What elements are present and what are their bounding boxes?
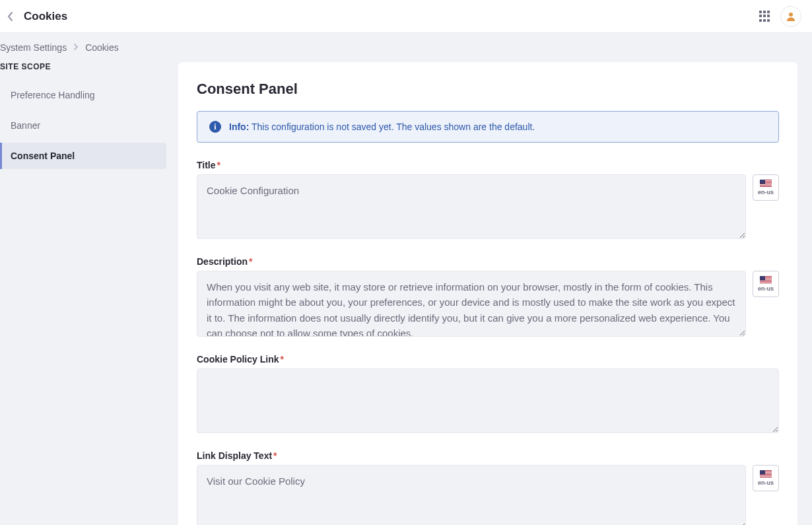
svg-rect-16 — [760, 276, 765, 281]
top-header-right — [759, 6, 801, 27]
breadcrumb: System Settings Cookies — [0, 33, 812, 62]
description-label: Description* — [197, 256, 779, 267]
user-icon — [786, 11, 796, 22]
lang-code: en-us — [758, 189, 774, 195]
svg-point-0 — [789, 13, 793, 17]
label-text: Title — [197, 160, 216, 170]
label-text: Description — [197, 256, 248, 267]
top-header: Cookies — [0, 0, 812, 33]
svg-rect-7 — [760, 187, 772, 188]
back-button[interactable] — [3, 9, 18, 24]
info-prefix: Info: — [229, 122, 249, 132]
language-button-description[interactable]: en-us — [753, 271, 779, 297]
page-title: Cookies — [24, 10, 67, 23]
info-icon: i — [209, 121, 221, 133]
description-input[interactable] — [197, 271, 746, 337]
svg-rect-22 — [760, 476, 772, 477]
svg-rect-24 — [760, 470, 765, 475]
field-row: en-us — [197, 174, 779, 239]
svg-rect-14 — [760, 282, 772, 283]
svg-rect-13 — [760, 281, 772, 281]
sidebar-item-banner[interactable]: Banner — [0, 112, 166, 139]
info-message: This configuration is not saved yet. The… — [252, 122, 535, 132]
required-marker: * — [217, 160, 220, 170]
svg-rect-6 — [760, 186, 772, 186]
language-button-title[interactable]: en-us — [753, 174, 779, 201]
form-row-description: Description* en-us — [197, 256, 779, 337]
chevron-left-icon — [7, 12, 14, 21]
label-text: Cookie Policy Link — [197, 354, 279, 365]
user-avatar-button[interactable] — [780, 6, 801, 27]
field-row: en-us — [197, 271, 779, 337]
cookie-policy-link-input[interactable] — [197, 368, 779, 433]
svg-rect-21 — [760, 475, 772, 475]
field-row: en-us — [197, 465, 779, 525]
flag-us-icon — [760, 276, 772, 284]
cookie-policy-link-label: Cookie Policy Link* — [197, 354, 779, 365]
flag-us-icon — [760, 470, 772, 478]
apps-icon[interactable] — [759, 11, 771, 22]
form-row-title: Title* en-us — [197, 160, 779, 239]
info-banner: i Info: This configuration is not saved … — [197, 111, 779, 143]
sidebar-item-preference-handling[interactable]: Preference Handling — [0, 82, 166, 108]
top-header-left: Cookies — [3, 9, 67, 24]
svg-rect-5 — [760, 184, 772, 185]
required-marker: * — [280, 354, 283, 365]
field-row — [197, 368, 779, 433]
language-button-link-display-text[interactable]: en-us — [753, 465, 779, 491]
link-display-text-label: Link Display Text* — [197, 450, 779, 461]
breadcrumb-current[interactable]: Cookies — [85, 42, 119, 53]
sidebar-item-label: Consent Panel — [11, 151, 75, 161]
breadcrumb-parent[interactable]: System Settings — [0, 42, 67, 53]
lang-code: en-us — [758, 479, 774, 486]
form-row-link-display-text: Link Display Text* en-us — [197, 450, 779, 525]
card-title: Consent Panel — [197, 81, 779, 98]
chevron-right-icon — [73, 43, 79, 52]
flag-us-icon — [760, 180, 772, 188]
title-input[interactable] — [197, 174, 746, 239]
content-row: SITE SCOPE Preference Handling Banner Co… — [0, 62, 812, 525]
title-label: Title* — [197, 160, 779, 170]
main-card: Consent Panel i Info: This configuration… — [178, 62, 797, 525]
sidebar: SITE SCOPE Preference Handling Banner Co… — [0, 62, 178, 173]
svg-rect-8 — [760, 180, 765, 184]
lang-code: en-us — [758, 285, 774, 292]
required-marker: * — [249, 256, 252, 267]
sidebar-item-consent-panel[interactable]: Consent Panel — [0, 143, 166, 169]
label-text: Link Display Text — [197, 450, 272, 461]
body-area: System Settings Cookies SITE SCOPE Prefe… — [0, 33, 812, 525]
svg-rect-23 — [760, 477, 772, 478]
required-marker: * — [273, 450, 277, 461]
link-display-text-input[interactable] — [197, 465, 746, 525]
svg-rect-15 — [760, 283, 772, 284]
form-row-cookie-policy-link: Cookie Policy Link* — [197, 354, 779, 433]
sidebar-item-label: Banner — [11, 120, 40, 131]
sidebar-item-label: Preference Handling — [11, 90, 95, 100]
sidebar-heading: SITE SCOPE — [0, 62, 166, 71]
info-text: Info: This configuration is not saved ye… — [229, 122, 535, 132]
